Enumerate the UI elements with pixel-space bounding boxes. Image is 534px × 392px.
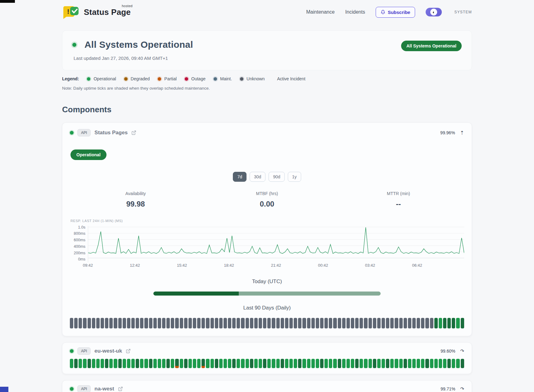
chart-plot-area [88, 226, 464, 262]
uptime-day-tick [447, 318, 451, 328]
uptime-day-tick [105, 318, 108, 328]
external-link-icon[interactable] [131, 130, 136, 135]
legend-item-degraded: Degraded [124, 76, 150, 81]
theme-toggle[interactable]: ◐ [426, 8, 442, 16]
uptime-ticks-90d [70, 318, 464, 328]
nav-maintenance[interactable]: Maintenance [306, 9, 335, 15]
uptime-day-tick [193, 318, 196, 328]
uptime-day-tick [83, 359, 86, 368]
range-90d-button[interactable]: 90d [269, 172, 284, 182]
uptime-day-tick [162, 359, 165, 368]
stat-availability: Availability 99.98 [70, 191, 201, 208]
collapse-icon[interactable]: ⇡ [460, 130, 464, 136]
range-1y-button[interactable]: 1y [288, 172, 301, 182]
uptime-day-tick [188, 359, 192, 368]
today-progress-bar [153, 292, 381, 296]
nav-incidents[interactable]: Incidents [345, 9, 365, 15]
uptime-day-tick [329, 359, 332, 368]
uptime-day-tick [215, 318, 218, 328]
uptime-day-tick [351, 318, 354, 328]
uptime-day-tick [294, 318, 297, 328]
range-30d-button[interactable]: 30d [250, 172, 265, 182]
legend: Legend: Operational Degraded Partial Out… [62, 76, 472, 81]
uptime-day-tick [228, 359, 231, 368]
uptime-day-tick [175, 359, 179, 368]
uptime-day-tick [404, 359, 407, 368]
expand-icon[interactable]: ↷ [460, 386, 464, 392]
uptime-day-tick [430, 318, 433, 328]
uptime-day-tick [210, 318, 214, 328]
uptime-day-tick [395, 359, 398, 368]
uptime-day-tick [382, 318, 385, 328]
uptime-day-tick [408, 359, 411, 368]
uptime-day-tick [101, 359, 104, 368]
uptime-day-tick [377, 318, 381, 328]
component-uptime: 99.96% [440, 130, 455, 135]
uptime-day-tick [254, 359, 258, 368]
uptime-day-tick [443, 318, 446, 328]
uptime-day-tick [149, 318, 152, 328]
uptime-day-tick [439, 318, 442, 328]
uptime-day-tick [136, 359, 139, 368]
today-utc-label: Today (UTC) [70, 278, 464, 285]
uptime-day-tick [259, 359, 262, 368]
uptime-day-tick [188, 318, 192, 328]
uptime-day-tick [153, 318, 157, 328]
uptime-day-tick [88, 318, 91, 328]
uptime-day-tick [171, 359, 174, 368]
uptime-day-tick [263, 359, 266, 368]
uptime-day-tick [184, 318, 188, 328]
uptime-day-tick [70, 359, 73, 368]
uptime-day-tick [276, 318, 280, 328]
uptime-day-tick [153, 359, 157, 368]
unknown-dot-icon [240, 77, 243, 81]
component-header[interactable]: API eu-west-uk 99.60% ↷ [70, 347, 464, 355]
uptime-day-tick [215, 359, 218, 368]
external-link-icon[interactable] [126, 349, 131, 354]
uptime-day-tick [241, 359, 244, 368]
component-header[interactable]: API Status Pages 99.96% ⇡ [70, 129, 464, 136]
uptime-day-tick [180, 359, 183, 368]
uptime-day-tick [355, 318, 359, 328]
uptime-day-tick [206, 318, 209, 328]
uptime-day-tick [83, 318, 86, 328]
uptime-day-tick [131, 359, 135, 368]
uptime-day-tick [250, 359, 253, 368]
uptime-day-tick [360, 359, 363, 368]
uptime-day-tick [311, 318, 315, 328]
uptime-day-tick [109, 318, 113, 328]
uptime-day-tick [430, 359, 433, 368]
time-range-selector: 7d 30d 90d 1y [70, 172, 464, 182]
uptime-day-tick [452, 359, 455, 368]
overall-status-badge: All Systems Operational [401, 41, 462, 51]
uptime-day-tick [447, 359, 451, 368]
subscribe-button[interactable]: Subscribe [376, 7, 415, 18]
range-7d-button[interactable]: 7d [233, 172, 247, 182]
chart-y-axis: 1.0s 800ms 600ms 400ms 200ms 0ms [70, 226, 88, 262]
degraded-dot-icon [124, 77, 128, 81]
uptime-day-tick [289, 359, 293, 368]
uptime-day-tick [206, 359, 209, 368]
uptime-day-tick [254, 318, 258, 328]
uptime-day-tick [351, 359, 354, 368]
external-link-icon[interactable] [118, 386, 123, 391]
uptime-day-tick [166, 318, 170, 328]
uptime-day-tick [461, 359, 464, 368]
uptime-day-tick [421, 359, 424, 368]
component-type-badge: API [77, 385, 91, 392]
uptime-day-tick [417, 318, 420, 328]
theme-knob-icon: ◐ [430, 9, 437, 16]
expand-icon[interactable]: ↷ [460, 348, 464, 354]
uptime-day-tick [364, 318, 367, 328]
component-uptime: 99.60% [441, 349, 455, 354]
uptime-day-tick [144, 318, 148, 328]
brand[interactable]: ! Status Page hosted [62, 5, 131, 19]
uptime-day-tick [96, 318, 100, 328]
component-header[interactable]: API na-west 99.71% ↷ [70, 385, 464, 392]
uptime-day-tick [101, 318, 104, 328]
uptime-day-tick [219, 359, 223, 368]
browser-artifact-bottom [0, 387, 8, 392]
uptime-day-tick [439, 359, 442, 368]
uptime-day-tick [346, 318, 350, 328]
uptime-day-tick [369, 318, 372, 328]
